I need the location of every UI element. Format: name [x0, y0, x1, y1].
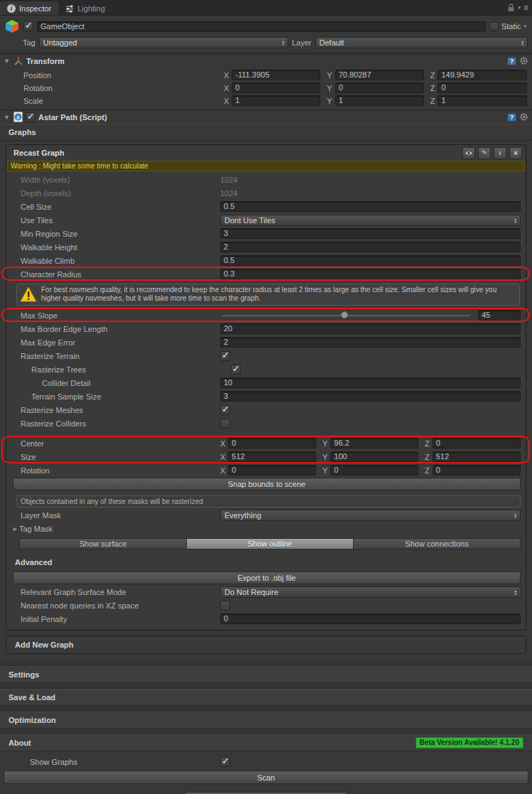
beta-version-badge[interactable]: Beta Version Available! 4.1.20	[416, 737, 523, 749]
rasterize-trees-checkbox[interactable]: ✓	[231, 365, 241, 375]
graph-rotation-x-field[interactable]: 0	[228, 465, 316, 476]
min-region-size-row: Min Region Size 3	[6, 227, 526, 240]
use-tiles-dropdown[interactable]: Dont Use Tiles ▴▾	[220, 215, 521, 226]
rotation-y-field[interactable]: 0	[335, 82, 424, 93]
optimization-section-header[interactable]: Optimization	[0, 712, 532, 729]
min-region-size-field[interactable]: 3	[220, 228, 521, 239]
max-slope-field[interactable]: 45	[478, 310, 521, 321]
max-border-edge-length-field[interactable]: 20	[220, 323, 521, 334]
character-radius-field[interactable]: 0.3	[220, 269, 521, 279]
export-obj-button[interactable]: Export to .obj file	[13, 572, 521, 584]
lock-icon[interactable]	[507, 4, 515, 12]
center-x-field[interactable]: 0	[228, 438, 316, 449]
rasterize-colliders-checkbox[interactable]: ✓	[220, 419, 230, 429]
rotation-x-field[interactable]: 0	[232, 82, 320, 93]
tag-mask-foldout[interactable]: ► Tag Mask	[6, 522, 526, 535]
warning-triangle-icon	[20, 286, 37, 302]
center-row: Center X0 Y96.2 Z0	[6, 437, 526, 449]
recast-graph-title: Recast Graph	[13, 149, 65, 157]
graph-rotation-y-field[interactable]: 0	[330, 465, 418, 476]
static-dropdown-icon[interactable]: ▾	[523, 23, 526, 29]
masks-note-box: Objects contained in any of these masks …	[16, 495, 521, 508]
script-icon: #	[13, 112, 23, 122]
rasterize-terrain-checkbox[interactable]: ✓	[220, 351, 230, 361]
collider-detail-field[interactable]: 10	[220, 377, 521, 388]
gear-icon[interactable]	[519, 56, 528, 65]
scan-button[interactable]: Scan	[4, 771, 528, 784]
walkable-height-row: Walkable Height 2	[6, 241, 526, 253]
center-z-field[interactable]: 0	[433, 438, 521, 449]
close-icon[interactable]: ×	[509, 147, 522, 159]
layer-mask-dropdown[interactable]: Everything ▴▾	[220, 510, 521, 521]
svg-text:?: ?	[510, 58, 514, 65]
pencil-icon[interactable]: ✎	[478, 147, 491, 159]
size-y-field[interactable]: 100	[330, 451, 418, 462]
eye-icon[interactable]	[462, 147, 475, 159]
scale-y-field[interactable]: 1	[335, 95, 424, 106]
about-section-header[interactable]: About Beta Version Available! 4.1.20	[0, 734, 532, 751]
terrain-sample-size-field[interactable]: 3	[220, 391, 521, 402]
scale-x-field[interactable]: 1	[232, 95, 320, 106]
gameobject-enabled-checkbox[interactable]: ✓	[23, 21, 33, 31]
navmesh-quality-text: For best navmesh quality, it is recommen…	[41, 286, 514, 303]
show-connections-button[interactable]: Show connections	[354, 538, 521, 549]
position-x-field[interactable]: -111.3905	[232, 70, 320, 80]
show-surface-button[interactable]: Show surface	[19, 538, 187, 549]
show-graphs-checkbox[interactable]: ✓	[220, 757, 230, 767]
dropdown-spinner-icon: ▴▾	[511, 513, 516, 518]
svg-text:?: ?	[510, 114, 514, 121]
slider-thumb[interactable]	[341, 311, 348, 318]
graph-rotation-z-field[interactable]: 0	[433, 465, 521, 476]
center-y-field[interactable]: 96.2	[330, 438, 418, 449]
pane-dropdown-icon[interactable]: ▾	[518, 5, 521, 11]
position-y-field[interactable]: 70.80287	[335, 70, 424, 80]
static-checkbox[interactable]: ✓	[489, 22, 499, 31]
help-book-icon[interactable]: ?	[507, 57, 516, 65]
tag-dropdown[interactable]: Untagged ▴▾	[39, 37, 288, 48]
tab-bar: i Inspector Lighting ▾ ≡	[0, 0, 532, 16]
show-outline-button[interactable]: Show outline	[187, 538, 354, 549]
initial-penalty-field[interactable]: 0	[220, 613, 521, 624]
position-z-field[interactable]: 149.9429	[438, 70, 527, 80]
settings-section-header[interactable]: Settings	[0, 666, 532, 683]
tab-inspector[interactable]: i Inspector	[0, 1, 58, 15]
info-icon[interactable]: i	[494, 147, 506, 159]
max-slope-slider[interactable]	[220, 309, 472, 321]
static-label: Static	[501, 22, 521, 31]
collider-detail-row: Collider Detail 10	[6, 377, 526, 389]
max-edge-error-field[interactable]: 2	[220, 337, 521, 348]
walkable-climb-field[interactable]: 0.5	[220, 255, 521, 266]
astar-enabled-checkbox[interactable]: ✓	[26, 112, 36, 122]
save-load-section-header[interactable]: Save & Load	[0, 689, 532, 706]
walkable-height-field[interactable]: 2	[220, 242, 521, 252]
rotation-z-field[interactable]: 0	[438, 82, 527, 93]
rotation-row: Rotation X0 Y0 Z0	[0, 82, 532, 94]
tag-mask-label: Tag Mask	[19, 525, 53, 533]
surface-mode-dropdown[interactable]: Do Not Require ▴▾	[220, 586, 521, 598]
foldout-closed-icon[interactable]: ►	[12, 525, 19, 532]
size-x-field[interactable]: 512	[228, 451, 316, 462]
pane-menu-icon[interactable]: ≡	[523, 3, 528, 13]
rasterize-meshes-checkbox[interactable]: ✓	[220, 405, 230, 415]
recast-graph-header[interactable]: Recast Graph ✎ i ×	[6, 145, 526, 161]
tab-lighting[interactable]: Lighting	[58, 1, 112, 15]
navmesh-quality-helpbox: For best navmesh quality, it is recommen…	[16, 284, 520, 306]
add-new-graph-button[interactable]: Add New Graph	[6, 635, 526, 654]
gameobject-cube-icon[interactable]	[4, 18, 20, 34]
gear-icon[interactable]	[519, 112, 528, 122]
transform-header[interactable]: ▼ Transform ?	[0, 53, 532, 68]
scale-z-field[interactable]: 1	[438, 95, 527, 106]
xz-queries-checkbox[interactable]: ✓	[220, 601, 230, 611]
foldout-open-icon[interactable]: ▼	[4, 114, 11, 121]
snap-bounds-button[interactable]: Snap bounds to scene	[13, 478, 521, 490]
astar-path-header[interactable]: ▼ # ✓ Astar Path (Script) ?	[0, 109, 532, 124]
position-row: Position X-111.3905 Y70.80287 Z149.9429	[0, 69, 532, 81]
foldout-open-icon[interactable]: ▼	[4, 58, 11, 65]
layer-dropdown[interactable]: Default ▴▾	[315, 37, 528, 48]
show-graphs-row: Show Graphs ✓	[0, 756, 532, 768]
gameobject-name-field[interactable]: GameObject	[37, 21, 486, 32]
astar-path-title: Astar Path (Script)	[38, 113, 107, 122]
size-z-field[interactable]: 512	[433, 451, 521, 462]
help-book-icon[interactable]: ?	[507, 113, 516, 122]
cell-size-field[interactable]: 0.5	[220, 201, 521, 212]
